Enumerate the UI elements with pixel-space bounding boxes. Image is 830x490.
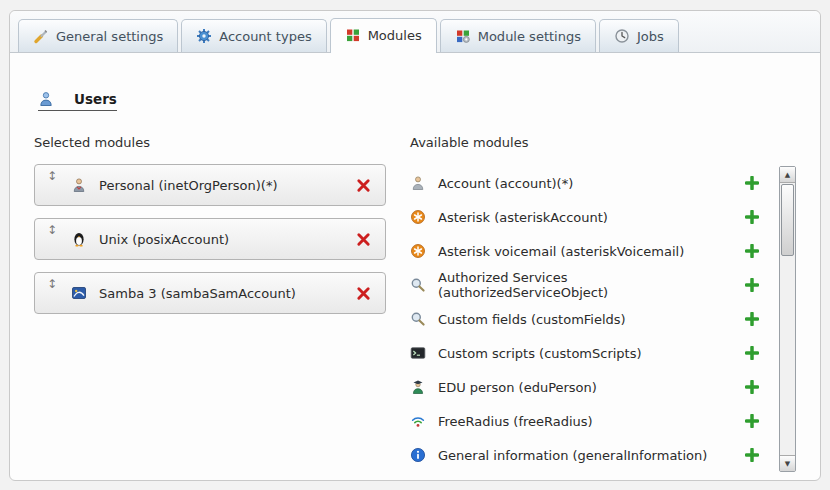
- selected-module-row[interactable]: ↕ Samba 3 (sambaSamAccount): [34, 272, 386, 314]
- tab-label: Account types: [219, 29, 311, 44]
- available-module-label: Custom scripts (customScripts): [438, 346, 642, 361]
- available-module-row: Account (account)(*): [410, 166, 773, 200]
- tab-label: Module settings: [478, 29, 581, 44]
- available-module-row: Custom fields (customFields): [410, 302, 773, 336]
- tab-general-settings[interactable]: General settings: [18, 19, 178, 52]
- available-modules-heading: Available modules: [410, 135, 796, 150]
- available-module-row: Asterisk (asteriskAccount): [410, 200, 773, 234]
- available-module-label: FreeRadius (freeRadius): [438, 414, 593, 429]
- tab-modules[interactable]: Modules: [330, 18, 437, 53]
- selected-module-row[interactable]: ↕ Personal (inetOrgPerson)(*): [34, 164, 386, 206]
- add-icon[interactable]: [745, 176, 759, 190]
- selected-modules-heading: Selected modules: [34, 135, 386, 150]
- selected-module-row[interactable]: ↕ Unix (posixAccount): [34, 218, 386, 260]
- available-module-row: FreeRadius (freeRadius): [410, 404, 773, 438]
- add-icon[interactable]: [745, 346, 759, 360]
- person-icon: [71, 177, 87, 193]
- scroll-up-button[interactable]: ▲: [780, 167, 795, 183]
- modules-panel: Users Selected modules ↕ Personal (inetO…: [10, 53, 820, 472]
- add-icon[interactable]: [745, 278, 759, 292]
- selected-module-label: Unix (posixAccount): [99, 232, 356, 247]
- available-module-label: EDU person (eduPerson): [438, 380, 597, 395]
- available-module-label: Asterisk (asteriskAccount): [438, 210, 608, 225]
- wrench-icon: [33, 28, 49, 44]
- asterisk-icon: [410, 243, 426, 259]
- delete-icon[interactable]: [356, 286, 371, 301]
- drag-handle-icon[interactable]: ↕: [47, 273, 57, 291]
- tab-label: General settings: [56, 29, 163, 44]
- available-module-row: General information (generalInformation): [410, 438, 773, 472]
- tab-bar: General settings Account types Modules M…: [10, 11, 820, 53]
- modules-icon: [345, 27, 361, 43]
- scrollbar[interactable]: ▲ ▼: [779, 166, 796, 472]
- wifi-icon: [410, 413, 426, 429]
- section-title: Users: [74, 91, 117, 107]
- asterisk-icon: [410, 209, 426, 225]
- module-settings-icon: [455, 28, 471, 44]
- add-icon[interactable]: [745, 312, 759, 326]
- available-module-row: Asterisk voicemail (asteriskVoicemail): [410, 234, 773, 268]
- add-icon[interactable]: [745, 210, 759, 224]
- tab-label: Jobs: [637, 29, 664, 44]
- delete-icon[interactable]: [356, 178, 371, 193]
- users-icon: [38, 91, 54, 107]
- add-icon[interactable]: [745, 380, 759, 394]
- account-icon: [410, 175, 426, 191]
- scrollbar-thumb[interactable]: [781, 184, 794, 256]
- add-icon[interactable]: [745, 414, 759, 428]
- add-icon[interactable]: [745, 448, 759, 462]
- available-module-label: Account (account)(*): [438, 176, 573, 191]
- graduate-icon: [410, 379, 426, 395]
- selected-module-label: Personal (inetOrgPerson)(*): [99, 178, 356, 193]
- gear-icon: [196, 28, 212, 44]
- available-module-label: Authorized Services (authorizedServiceOb…: [438, 270, 737, 300]
- available-module-row: EDU person (eduPerson): [410, 370, 773, 404]
- drag-handle-icon[interactable]: ↕: [47, 165, 57, 183]
- available-module-label: Custom fields (customFields): [438, 312, 626, 327]
- available-module-label: General information (generalInformation): [438, 448, 707, 463]
- clock-icon: [614, 28, 630, 44]
- script-icon: [410, 345, 426, 361]
- selected-module-label: Samba 3 (sambaSamAccount): [99, 286, 356, 301]
- tab-label: Modules: [368, 28, 422, 43]
- drag-handle-icon[interactable]: ↕: [47, 219, 57, 237]
- magnifier-icon: [410, 277, 426, 293]
- selected-modules-list: ↕ Personal (inetOrgPerson)(*) ↕: [34, 164, 386, 314]
- settings-widget: General settings Account types Modules M…: [9, 10, 821, 481]
- available-module-row: Custom scripts (customScripts): [410, 336, 773, 370]
- samba-icon: [71, 285, 87, 301]
- tab-jobs[interactable]: Jobs: [599, 19, 679, 52]
- magnifier-icon: [410, 311, 426, 327]
- delete-icon[interactable]: [356, 232, 371, 247]
- available-modules-column: Available modules Account (account)(*): [410, 135, 796, 472]
- available-module-row: Authorized Services (authorizedServiceOb…: [410, 268, 773, 302]
- scroll-down-button[interactable]: ▼: [780, 455, 795, 471]
- add-icon[interactable]: [745, 244, 759, 258]
- selected-modules-column: Selected modules ↕ Personal (inetOrgPers…: [34, 135, 386, 472]
- info-icon: [410, 447, 426, 463]
- section-heading: Users: [38, 91, 117, 111]
- available-modules-list: Account (account)(*) Asterisk (asteriskA…: [410, 166, 773, 472]
- scrollbar-track[interactable]: [780, 183, 795, 455]
- available-module-label: Asterisk voicemail (asteriskVoicemail): [438, 244, 684, 259]
- penguin-icon: [71, 231, 87, 247]
- tab-module-settings[interactable]: Module settings: [440, 19, 596, 52]
- tab-account-types[interactable]: Account types: [181, 19, 326, 52]
